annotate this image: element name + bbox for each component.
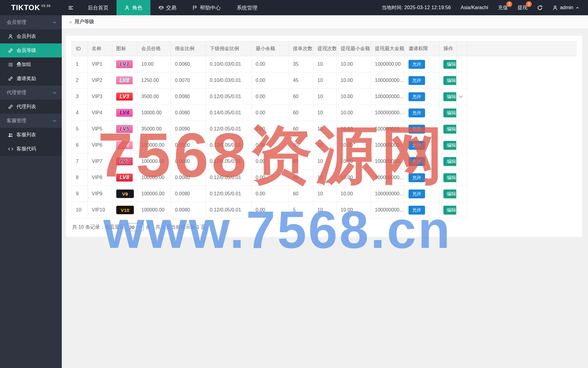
sidebar-group-3[interactable]: 客服管理 xyxy=(0,114,62,128)
name-cell: VIP8 xyxy=(88,170,112,186)
price-cell: 10000.00 xyxy=(137,105,171,121)
sidebar-item-1-2[interactable]: 会员等级 xyxy=(0,43,62,57)
sidebar-item-label: 客服代码 xyxy=(17,146,36,152)
min_withdraw-cell: 10.00 xyxy=(337,137,371,153)
max_withdraw-cell: 100000000... xyxy=(371,202,405,218)
invite-allow-button[interactable]: 允许 xyxy=(409,173,425,182)
invite-allow-button[interactable]: 允许 xyxy=(409,92,425,101)
row-expand-cell xyxy=(457,170,468,186)
min_withdraw-cell: 10.00 xyxy=(337,153,371,170)
sidebar-item-2-1[interactable]: 代理列表 xyxy=(0,100,62,114)
edit-button[interactable]: 编辑 xyxy=(443,92,457,101)
edit-button[interactable]: 编辑 xyxy=(443,190,457,198)
level-badge-image: LV1 xyxy=(116,60,133,68)
scales-icon xyxy=(158,5,164,10)
level-badge-image: LV6 xyxy=(116,141,133,149)
commission-cell: 0.0090 xyxy=(171,121,206,137)
sidebar-item-3-1[interactable]: 客服列表 xyxy=(0,128,62,142)
nav-item-2[interactable]: 角色 xyxy=(116,0,150,15)
invite-permission-cell: 允许 xyxy=(405,121,439,137)
price-cell: 100000.00 xyxy=(137,202,171,218)
refresh-button[interactable] xyxy=(537,5,543,11)
user-level-table: ID名称图标会员价格佣金比例下级佣金比例最小余额接单次数提现次数提现最小金额提现… xyxy=(72,41,577,218)
invite-allow-button[interactable]: 允许 xyxy=(409,109,425,117)
name-cell: VIP7 xyxy=(88,153,112,170)
id-cell: 2 xyxy=(72,72,88,89)
invite-allow-button[interactable]: 允许 xyxy=(409,76,425,85)
edit-button[interactable]: 编辑 xyxy=(443,157,457,166)
row-expand-chevron-icon[interactable] xyxy=(458,94,467,100)
recharge-menu-item[interactable]: 充值 2 xyxy=(498,5,508,11)
nav-item-1[interactable]: 后台首页 xyxy=(80,0,116,15)
max_withdraw-cell: 100000000... xyxy=(371,170,405,186)
invite-allow-button[interactable]: 允许 xyxy=(409,141,425,150)
withdraw-menu-item[interactable]: 提现 2 xyxy=(517,5,527,11)
sub_commission-cell: 0.12/0.05/0.01 xyxy=(206,170,252,186)
level-badge-image: LV4 xyxy=(116,109,133,117)
id-cell: 10 xyxy=(72,202,88,218)
min_balance-cell: 0.00 xyxy=(252,137,289,153)
id-cell: 8 xyxy=(72,170,88,186)
link-icon xyxy=(8,76,13,81)
column-header-expand xyxy=(457,42,468,56)
invite-allow-button[interactable]: 允许 xyxy=(409,60,425,69)
sidebar-item-1-3[interactable]: 叠加组 xyxy=(0,57,62,72)
level-icon-cell: LV3 xyxy=(112,89,137,105)
id-cell: 5 xyxy=(72,121,88,137)
sidebar-toggle-button[interactable] xyxy=(62,0,80,15)
min_balance-cell: 0.00 xyxy=(252,121,289,137)
page-size-select[interactable]: 20 xyxy=(127,223,144,231)
id-cell: 3 xyxy=(72,89,88,105)
sidebar-group-1[interactable]: 会员管理 xyxy=(0,15,62,29)
name-cell: VIP6 xyxy=(88,137,112,153)
price-cell: 100000.00 xyxy=(137,186,171,202)
edit-button[interactable]: 编辑 xyxy=(443,60,457,69)
row-expand-cell xyxy=(457,153,468,170)
sidebar-item-3-2[interactable]: 客服代码 xyxy=(0,142,62,156)
max_withdraw-cell: 100000000... xyxy=(371,153,405,170)
row-filler-cell xyxy=(468,170,577,186)
withdraw_times-cell: 10 xyxy=(313,89,337,105)
name-cell: VIP2 xyxy=(88,72,112,89)
invite-permission-cell: 允许 xyxy=(405,202,439,218)
row-expand-cell xyxy=(457,121,468,137)
max_withdraw-cell: 100000000... xyxy=(371,72,405,89)
page-size-value: 20 xyxy=(129,225,135,230)
operation-cell: 编辑… xyxy=(439,202,457,218)
row-filler-cell xyxy=(468,89,577,105)
edit-button[interactable]: 编辑 xyxy=(443,206,457,215)
sidebar-item-label: 客服列表 xyxy=(17,132,36,138)
admin-user-menu[interactable]: admin xyxy=(553,5,579,10)
edit-button[interactable]: 编辑 xyxy=(443,109,457,117)
nav-item-label: 后台首页 xyxy=(88,4,109,11)
edit-button[interactable]: 编辑 xyxy=(443,76,457,85)
edit-button[interactable]: 编辑 xyxy=(443,125,457,134)
nav-item-3[interactable]: 交易 xyxy=(150,0,184,15)
edit-button[interactable]: 编辑 xyxy=(443,141,457,150)
sidebar-item-1-1[interactable]: 会员列表 xyxy=(0,29,62,43)
sub_commission-cell: 0.10/0.03/0.01 xyxy=(206,56,252,72)
sidebar-group-2[interactable]: 代理管理 xyxy=(0,86,62,100)
edit-button[interactable]: 编辑 xyxy=(443,173,457,182)
nav-item-4[interactable]: 帮助中心 xyxy=(184,0,229,15)
sidebar-item-label: 会员列表 xyxy=(17,33,36,40)
min_balance-cell: 0.00 xyxy=(252,56,289,72)
withdraw-label: 提现 xyxy=(517,5,527,10)
invite-allow-button[interactable]: 允许 xyxy=(409,157,425,166)
column-header: 最小余额 xyxy=(252,42,289,56)
invite-allow-button[interactable]: 允许 xyxy=(409,125,425,134)
price-cell: 100000.00 xyxy=(137,137,171,153)
invite-permission-cell: 允许 xyxy=(405,170,439,186)
nav-item-5[interactable]: 系统管理 xyxy=(229,0,265,15)
orders-cell: 60 xyxy=(289,121,313,137)
invite-allow-button[interactable]: 允许 xyxy=(409,206,425,215)
column-header: 下级佣金比例 xyxy=(206,42,252,56)
table-row: 6VIP6LV6100000.000.01000.12/0.05/0.010.0… xyxy=(72,137,577,153)
withdraw_times-cell: 10 xyxy=(313,153,337,170)
sidebar-item-1-4[interactable]: 邀请奖励 xyxy=(0,72,62,86)
pagination-suffix: 条，共 1 页当前显示第 1 页。 xyxy=(146,224,211,230)
commission-cell: 0.0080 xyxy=(171,153,206,170)
invite-allow-button[interactable]: 允许 xyxy=(409,190,425,198)
username-label: admin xyxy=(560,5,573,10)
breadcrumb: » 用户等级 xyxy=(62,15,588,29)
